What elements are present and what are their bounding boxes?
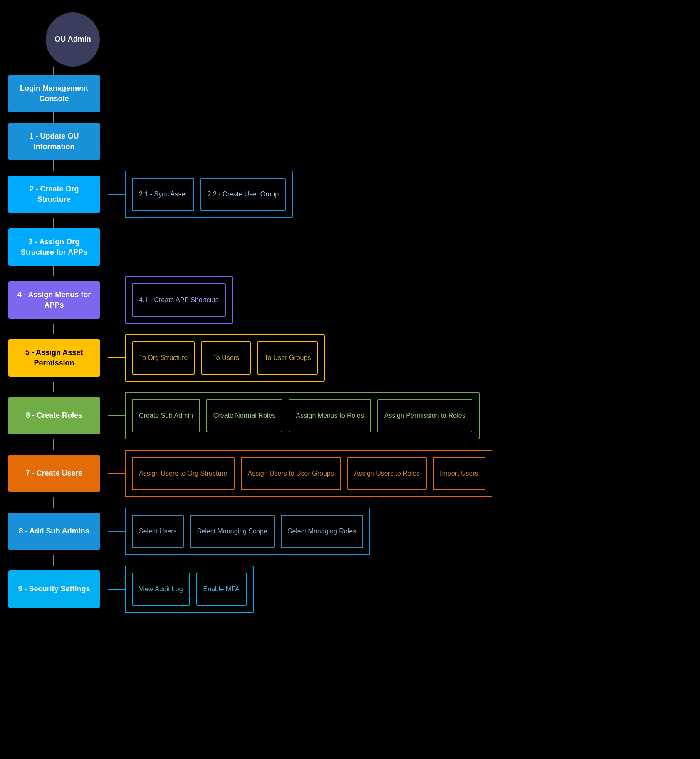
step9-children: View Audit Log Enable MFA xyxy=(125,566,254,613)
step4-row: 4 - Assign Menus for APPs 4.1 - Create A… xyxy=(8,276,692,324)
child-2-2[interactable]: 2.2 - Create User Group xyxy=(200,178,286,211)
step-8-box[interactable]: 8 - Add Sub Admins xyxy=(8,513,100,550)
avatar-label: OU Admin xyxy=(54,35,91,44)
step-3-box[interactable]: 3 - Assign Org Structure for APPs xyxy=(8,228,100,266)
vc4 xyxy=(53,266,54,276)
step2-row: 2 - Create Org Structure 2.1 - Sync Asse… xyxy=(8,171,692,218)
child-9-1[interactable]: View Audit Log xyxy=(132,573,190,606)
step6-row: 6 - Create Roles Create Sub Admin Create… xyxy=(8,392,692,439)
child-9-2[interactable]: Enable MFA xyxy=(196,573,247,606)
h-line-8 xyxy=(108,531,125,532)
child-5-3[interactable]: To User Groups xyxy=(257,341,318,375)
vc9 xyxy=(53,555,54,566)
step-2-box[interactable]: 2 - Create Org Structure xyxy=(8,176,100,213)
step4-children: 4.1 - Create APP Shortcuts xyxy=(125,276,233,324)
child-8-2[interactable]: Select Managing Scope xyxy=(190,515,275,548)
step7-children: Assign Users to Org Structure Assign Use… xyxy=(125,450,492,497)
step7-row: 7 - Create Users Assign Users to Org Str… xyxy=(8,450,692,497)
h-line-9 xyxy=(108,589,125,590)
child-4-1[interactable]: 4.1 - Create APP Shortcuts xyxy=(132,283,226,317)
avatar: OU Admin xyxy=(27,12,692,67)
diagram-container: OU Admin Login Management Console 1 - Up… xyxy=(0,0,700,642)
vc2 xyxy=(53,160,54,171)
avatar-circle: OU Admin xyxy=(46,12,100,67)
child-8-1[interactable]: Select Users xyxy=(132,515,184,548)
child-7-1[interactable]: Assign Users to Org Structure xyxy=(132,457,235,490)
child-5-1[interactable]: To Org Structure xyxy=(132,341,195,375)
step8-children: Select Users Select Managing Scope Selec… xyxy=(125,508,370,555)
h-line-4 xyxy=(108,300,125,300)
step1-row: 1 - Update OU Information xyxy=(8,123,692,160)
child-7-3[interactable]: Assign Users to Roles xyxy=(347,457,427,490)
bottom-spacer xyxy=(8,613,692,630)
child-2-1[interactable]: 2.1 - Sync Asset xyxy=(132,178,194,211)
vc1 xyxy=(53,112,54,123)
vc6 xyxy=(53,382,54,392)
child-6-2[interactable]: Create Normal Roles xyxy=(206,399,282,432)
login-col: Login Management Console xyxy=(8,75,108,112)
vc8 xyxy=(53,497,54,508)
child-8-3[interactable]: Select Managing Roles xyxy=(281,515,364,548)
child-6-1[interactable]: Create Sub Admin xyxy=(132,399,200,432)
h-line-6 xyxy=(108,415,125,416)
step5-row: 5 - Assign Asset Permission To Org Struc… xyxy=(8,334,692,382)
h-line-5 xyxy=(108,357,125,358)
h-line-2 xyxy=(108,194,125,195)
login-row: Login Management Console xyxy=(8,75,692,112)
child-6-3[interactable]: Assign Menus to Roles xyxy=(289,399,371,432)
connector-line xyxy=(53,67,54,75)
child-5-2[interactable]: To Users xyxy=(201,341,251,375)
vc3 xyxy=(53,218,54,228)
child-7-2[interactable]: Assign Users to User Groups xyxy=(241,457,341,490)
step8-row: 8 - Add Sub Admins Select Users Select M… xyxy=(8,508,692,555)
step-5-box[interactable]: 5 - Assign Asset Permission xyxy=(8,339,100,377)
step-login[interactable]: Login Management Console xyxy=(8,75,100,112)
h-line-7 xyxy=(108,473,125,474)
step6-children: Create Sub Admin Create Normal Roles Ass… xyxy=(125,392,480,439)
step5-children: To Org Structure To Users To User Groups xyxy=(125,334,325,382)
step-9-box[interactable]: 9 - Security Settings xyxy=(8,570,100,608)
step3-row: 3 - Assign Org Structure for APPs xyxy=(8,228,692,266)
step-6-box[interactable]: 6 - Create Roles xyxy=(8,397,100,434)
child-6-4[interactable]: Assign Permission to Roles xyxy=(377,399,472,432)
step-4-box[interactable]: 4 - Assign Menus for APPs xyxy=(8,281,100,319)
step9-row: 9 - Security Settings View Audit Log Ena… xyxy=(8,566,692,613)
child-7-4[interactable]: Import Users xyxy=(433,457,485,490)
step-7-box[interactable]: 7 - Create Users xyxy=(8,455,100,492)
step-1-box[interactable]: 1 - Update OU Information xyxy=(8,123,100,160)
step2-children: 2.1 - Sync Asset 2.2 - Create User Group xyxy=(125,171,293,218)
vc5 xyxy=(53,324,54,334)
vc7 xyxy=(53,439,54,450)
